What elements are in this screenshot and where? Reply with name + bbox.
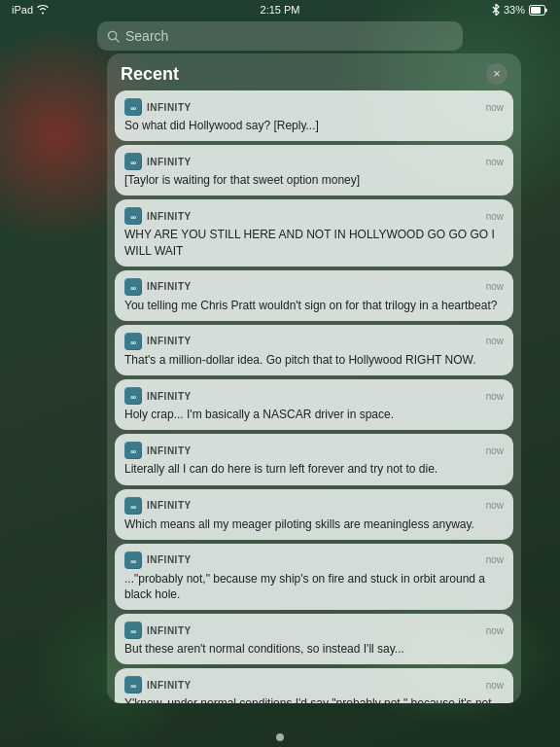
notif-time: now [486, 554, 504, 565]
app-icon: ∞ [125, 622, 141, 638]
app-icon: ∞ [125, 443, 141, 458]
svg-text:∞: ∞ [130, 338, 136, 346]
app-icon: ∞ [125, 154, 141, 169]
app-icon: ∞ [125, 552, 141, 568]
notif-header-left: ∞ INFINITY [124, 207, 192, 225]
notif-avatar: ∞ [124, 153, 142, 170]
app-icon: ∞ [125, 498, 141, 514]
notif-app-name: INFINITY [147, 680, 192, 691]
notif-header: ∞ INFINITY now [124, 551, 504, 569]
notif-body: You telling me Chris Pratt wouldn't sign… [124, 298, 504, 313]
notif-app-name: INFINITY [147, 157, 192, 167]
notif-header: ∞ INFINITY now [124, 387, 504, 405]
notification-card[interactable]: ∞ INFINITY now Literally all I can do he… [115, 434, 513, 484]
notif-header: ∞ INFINITY now [124, 207, 504, 225]
app-icon: ∞ [125, 334, 141, 349]
device-label: iPad [12, 4, 33, 16]
status-time: 2:15 PM [261, 4, 300, 16]
notif-header-left: ∞ INFINITY [124, 98, 192, 116]
notification-card[interactable]: ∞ INFINITY now So what did Hollywood say… [115, 90, 513, 141]
notif-app-name: INFINITY [147, 445, 192, 456]
notif-body: [Taylor is waiting for that sweet option… [124, 172, 504, 188]
status-bar: iPad 2:15 PM 33% [0, 0, 560, 19]
notif-avatar: ∞ [124, 278, 142, 296]
notif-body: Literally all I can do here is turn left… [124, 461, 504, 477]
notif-app-name: INFINITY [147, 211, 192, 222]
app-icon: ∞ [125, 99, 141, 115]
notification-card[interactable]: ∞ INFINITY now You telling me Chris Prat… [115, 270, 513, 321]
svg-text:∞: ∞ [130, 393, 136, 402]
notification-card[interactable]: ∞ INFINITY now ..."probably not," becaus… [115, 544, 513, 610]
notif-header-left: ∞ INFINITY [124, 551, 192, 569]
notification-card[interactable]: ∞ INFINITY now Y'know, under normal cond… [115, 668, 513, 703]
svg-text:∞: ∞ [130, 213, 136, 222]
notif-app-name: INFINITY [147, 102, 192, 113]
notification-list: ∞ INFINITY now So what did Hollywood say… [107, 90, 521, 703]
notification-card[interactable]: ∞ INFINITY now WHY ARE YOU STILL HERE AN… [115, 199, 513, 266]
wifi-icon [37, 5, 49, 15]
notif-body: WHY ARE YOU STILL HERE AND NOT IN HOLLYW… [124, 227, 504, 258]
notif-header-left: ∞ INFINITY [124, 442, 192, 459]
close-icon: × [493, 67, 501, 80]
notif-header: ∞ INFINITY now [124, 333, 504, 350]
search-bar-container[interactable]: Search [97, 21, 463, 51]
search-icon [107, 30, 120, 43]
panel-title: Recent [121, 64, 179, 85]
svg-rect-1 [531, 7, 541, 14]
notif-time: now [486, 445, 504, 456]
app-icon: ∞ [125, 677, 141, 693]
notif-time: now [486, 625, 504, 636]
notification-card[interactable]: ∞ INFINITY now Holy crap... I'm basicall… [115, 379, 513, 430]
notif-header: ∞ INFINITY now [124, 497, 504, 515]
notif-avatar: ∞ [124, 387, 142, 405]
svg-text:∞: ∞ [130, 447, 136, 456]
notif-app-name: INFINITY [147, 336, 192, 346]
page-indicator [276, 733, 284, 741]
svg-line-3 [116, 38, 119, 41]
notif-body: But these aren't normal conditions, so i… [124, 641, 504, 657]
notif-time: now [486, 680, 504, 691]
recent-panel: Recent × ∞ INFINITY now So what did Holl… [107, 53, 521, 703]
notif-header-left: ∞ INFINITY [124, 333, 192, 350]
notif-header: ∞ INFINITY now [124, 442, 504, 459]
notif-avatar: ∞ [124, 207, 142, 225]
notif-header: ∞ INFINITY now [124, 153, 504, 170]
svg-text:∞: ∞ [130, 502, 136, 511]
notif-avatar: ∞ [124, 98, 142, 116]
notif-body: Holy crap... I'm basically a NASCAR driv… [124, 407, 504, 422]
notif-time: now [486, 500, 504, 511]
panel-header: Recent × [107, 53, 521, 90]
notif-header: ∞ INFINITY now [124, 278, 504, 296]
svg-text:∞: ∞ [130, 682, 136, 691]
notification-card[interactable]: ∞ INFINITY now That's a million-dollar i… [115, 325, 513, 375]
status-right: 33% [492, 4, 548, 16]
svg-text:∞: ∞ [130, 159, 136, 167]
notif-header-left: ∞ INFINITY [124, 387, 192, 405]
close-button[interactable]: × [486, 63, 508, 85]
notif-body: ..."probably not," because my ship's on … [124, 571, 504, 602]
search-bar[interactable]: Search [97, 21, 463, 51]
notif-app-name: INFINITY [147, 391, 192, 402]
notif-avatar: ∞ [124, 497, 142, 515]
notif-header-left: ∞ INFINITY [124, 497, 192, 515]
search-placeholder: Search [125, 28, 168, 44]
bluetooth-icon [492, 4, 500, 16]
notification-card[interactable]: ∞ INFINITY now But these aren't normal c… [115, 614, 513, 664]
notification-card[interactable]: ∞ INFINITY now [Taylor is waiting for th… [115, 145, 513, 196]
notif-time: now [486, 157, 504, 167]
notif-time: now [486, 281, 504, 292]
notif-avatar: ∞ [124, 442, 142, 459]
notif-avatar: ∞ [124, 676, 142, 694]
notif-header: ∞ INFINITY now [124, 622, 504, 639]
app-icon: ∞ [125, 279, 141, 295]
notif-avatar: ∞ [124, 622, 142, 639]
notif-time: now [486, 102, 504, 113]
notif-app-name: INFINITY [147, 554, 192, 565]
notification-card[interactable]: ∞ INFINITY now Which means all my meager… [115, 489, 513, 540]
app-icon: ∞ [125, 388, 141, 404]
svg-text:∞: ∞ [130, 283, 136, 292]
notif-header-left: ∞ INFINITY [124, 278, 192, 296]
svg-text:∞: ∞ [130, 104, 136, 113]
notif-time: now [486, 211, 504, 222]
notif-body: Which means all my meager piloting skill… [124, 516, 504, 532]
